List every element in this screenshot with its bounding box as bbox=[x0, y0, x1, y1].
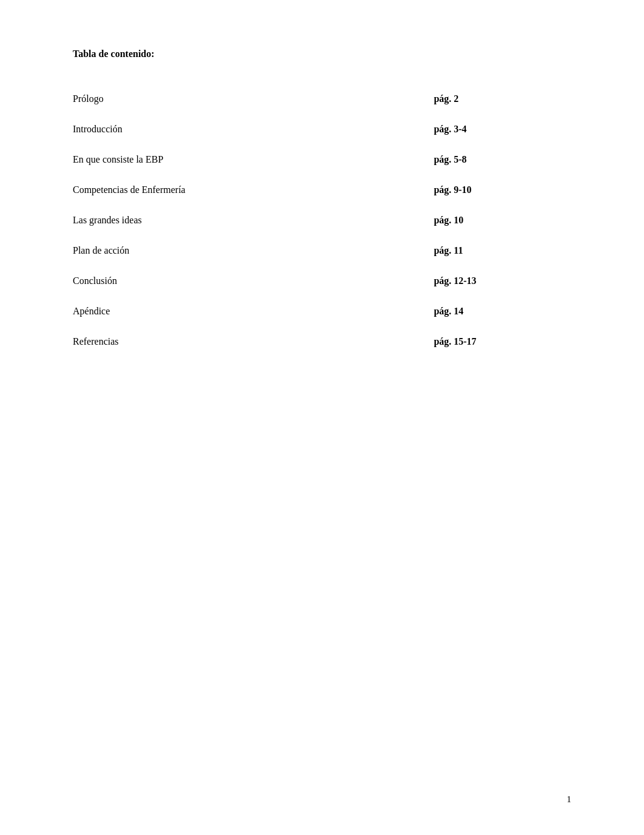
toc-row: Introducciónpág. 3-4 bbox=[73, 114, 571, 144]
toc-table: Prólogopág. 2Introducciónpág. 3-4En que … bbox=[73, 84, 571, 357]
toc-row: Conclusiónpág. 12-13 bbox=[73, 266, 571, 296]
toc-entry-label: Competencias de Enfermería bbox=[73, 175, 421, 205]
toc-entry-label: Conclusión bbox=[73, 266, 421, 296]
toc-row: Apéndicepág. 14 bbox=[73, 296, 571, 326]
toc-row: Las grandes ideaspág. 10 bbox=[73, 205, 571, 235]
toc-entry-label: Las grandes ideas bbox=[73, 205, 421, 235]
toc-row: Prólogopág. 2 bbox=[73, 84, 571, 114]
document-page: Tabla de contenido: Prólogopág. 2Introdu… bbox=[0, 0, 644, 835]
toc-entry-page: pág. 15-17 bbox=[421, 326, 571, 357]
toc-title: Tabla de contenido: bbox=[73, 49, 571, 59]
toc-entry-label: Referencias bbox=[73, 326, 421, 357]
toc-entry-label: Apéndice bbox=[73, 296, 421, 326]
toc-row: Referenciaspág. 15-17 bbox=[73, 326, 571, 357]
toc-entry-page: pág. 3-4 bbox=[421, 114, 571, 144]
toc-entry-page: pág. 12-13 bbox=[421, 266, 571, 296]
toc-entry-page: pág. 11 bbox=[421, 235, 571, 266]
toc-row: Plan de acciónpág. 11 bbox=[73, 235, 571, 266]
toc-entry-page: pág. 14 bbox=[421, 296, 571, 326]
toc-entry-label: Introducción bbox=[73, 114, 421, 144]
toc-entry-page: pág. 2 bbox=[421, 84, 571, 114]
toc-entry-page: pág. 10 bbox=[421, 205, 571, 235]
toc-entry-label: Prólogo bbox=[73, 84, 421, 114]
toc-row: En que consiste la EBPpág. 5-8 bbox=[73, 144, 571, 175]
toc-entry-page: pág. 5-8 bbox=[421, 144, 571, 175]
toc-row: Competencias de Enfermeríapág. 9-10 bbox=[73, 175, 571, 205]
toc-entry-page: pág. 9-10 bbox=[421, 175, 571, 205]
toc-entry-label: Plan de acción bbox=[73, 235, 421, 266]
toc-entry-label: En que consiste la EBP bbox=[73, 144, 421, 175]
page-number: 1 bbox=[567, 794, 572, 805]
